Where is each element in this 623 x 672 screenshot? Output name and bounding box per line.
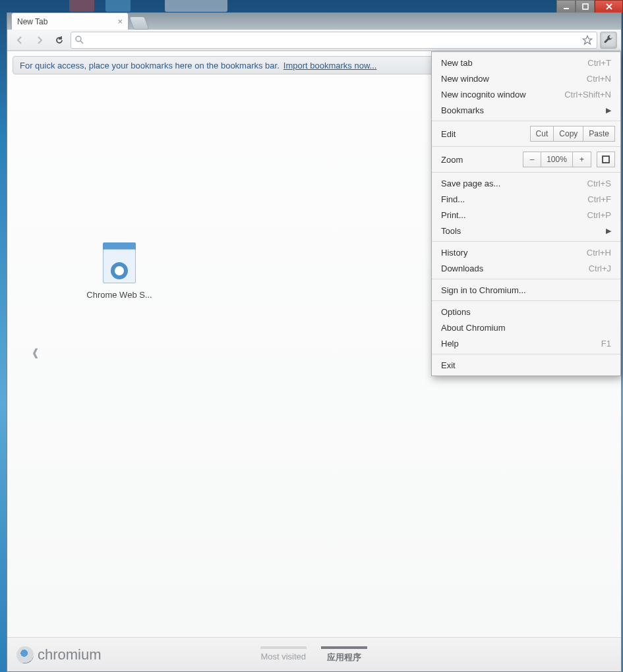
menu-about[interactable]: About Chromium (432, 320, 620, 335)
menu-tools[interactable]: Tools ▶ (432, 223, 620, 238)
app-tile-chrome-web-store[interactable]: Chrome Web S... (73, 242, 165, 300)
search-icon (75, 36, 84, 44)
tab-strip: New Tab × (7, 13, 621, 30)
close-tab-icon[interactable]: × (117, 16, 123, 26)
menu-new-window[interactable]: New window Ctrl+N (432, 70, 620, 86)
svg-rect-1 (583, 4, 588, 9)
submenu-arrow-icon: ▶ (606, 227, 611, 235)
menu-print[interactable]: Print... Ctrl+P (432, 207, 620, 223)
background-app-hint (69, 0, 94, 12)
ntp-footer: chromium Most visited 应用程序 (7, 637, 621, 671)
browser-window: New Tab × For quick access, place your b… (7, 13, 622, 672)
brand: chromium (16, 646, 102, 663)
bookmark-star-icon[interactable] (582, 35, 593, 45)
app-tile-label: Chrome Web S... (73, 290, 165, 300)
back-button[interactable] (11, 32, 28, 49)
background-app-hint (165, 0, 227, 12)
svg-rect-3 (603, 156, 609, 163)
wrench-menu-button[interactable] (600, 32, 617, 49)
tab-title: New Tab (17, 17, 47, 26)
address-input[interactable] (88, 35, 578, 45)
submenu-arrow-icon: ▶ (606, 106, 611, 115)
reload-button[interactable] (51, 32, 68, 49)
menu-help[interactable]: Help F1 (432, 335, 620, 351)
wrench-icon (603, 35, 614, 45)
omnibox[interactable] (71, 32, 597, 49)
new-tab-button[interactable] (129, 16, 149, 30)
svg-rect-0 (564, 8, 569, 9)
zoom-value: 100% (541, 152, 573, 167)
fullscreen-icon (601, 155, 610, 164)
footer-tab-apps[interactable]: 应用程序 (321, 646, 367, 663)
svg-point-2 (76, 36, 81, 42)
bookmark-tip-text: For quick access, place your bookmarks h… (20, 61, 280, 70)
menu-downloads[interactable]: Downloads Ctrl+J (432, 260, 620, 276)
web-store-icon (96, 242, 142, 283)
chromium-logo-icon (16, 646, 34, 663)
cut-button[interactable]: Cut (530, 126, 554, 142)
menu-new-tab[interactable]: New tab Ctrl+T (432, 55, 620, 70)
background-app-hint (105, 0, 131, 12)
prev-page-chevron[interactable]: ‹ (32, 337, 38, 367)
minimize-button[interactable] (556, 0, 576, 13)
menu-exit[interactable]: Exit (432, 357, 620, 373)
brand-text: chromium (38, 646, 102, 663)
copy-button[interactable]: Copy (554, 126, 583, 142)
wrench-menu: New tab Ctrl+T New window Ctrl+N New inc… (431, 51, 621, 376)
menu-options[interactable]: Options (432, 304, 620, 320)
menu-edit-row: Edit Cut Copy Paste (432, 124, 620, 144)
tab-new-tab[interactable]: New Tab × (11, 13, 129, 30)
menu-find[interactable]: Find... Ctrl+F (432, 191, 620, 207)
zoom-in-button[interactable]: + (573, 152, 591, 167)
menu-sign-in[interactable]: Sign in to Chromium... (432, 282, 620, 298)
maximize-button[interactable] (576, 0, 595, 13)
content-area: For quick access, place your bookmarks h… (7, 51, 621, 671)
menu-save-page-as[interactable]: Save page as... Ctrl+S (432, 175, 620, 191)
fullscreen-button[interactable] (597, 152, 615, 167)
window-controls (556, 0, 623, 13)
footer-tab-most-visited[interactable]: Most visited (260, 646, 307, 663)
menu-zoom-row: Zoom – 100% + (432, 150, 620, 169)
menu-bookmarks[interactable]: Bookmarks ▶ (432, 102, 620, 118)
paste-button[interactable]: Paste (583, 126, 615, 142)
toolbar (7, 30, 621, 51)
menu-new-incognito[interactable]: New incognito window Ctrl+Shift+N (432, 86, 620, 102)
import-bookmarks-link[interactable]: Import bookmarks now... (283, 61, 377, 70)
forward-button[interactable] (31, 32, 48, 49)
zoom-out-button[interactable]: – (523, 152, 541, 167)
menu-history[interactable]: History Ctrl+H (432, 244, 620, 260)
close-window-button[interactable] (595, 0, 623, 13)
